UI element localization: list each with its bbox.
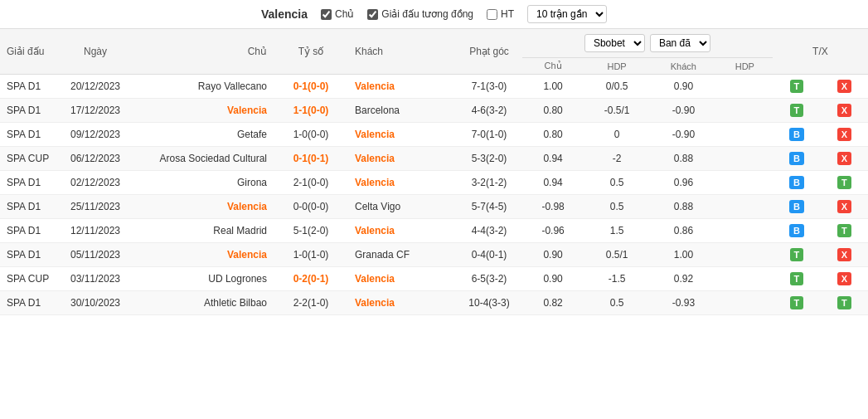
cell-giai-dau: SPA D1 [0, 75, 58, 99]
col-header-odds-group: Sbobet Ban đã [522, 29, 773, 58]
cell-giai-dau: SPA CUP [0, 147, 58, 171]
cell-hdp2 [717, 75, 773, 99]
cell-t-badge: B [773, 171, 821, 195]
x-badge: X [837, 272, 851, 285]
cell-hdp: -0.5/1 [584, 99, 650, 123]
cell-giai-dau: SPA D1 [0, 123, 58, 147]
table-row: SPA D109/12/2023Getafe1-0(0-0)Valencia7-… [0, 123, 868, 147]
legend-ht-label: HT [501, 8, 514, 20]
cell-khach: Valencia [348, 123, 456, 147]
sub-col-khach: Khách [650, 58, 717, 75]
x-badge: X [837, 80, 851, 93]
cell-ngay: 09/12/2023 [58, 123, 133, 147]
t-badge: B [789, 128, 804, 141]
cell-chu: Valencia [133, 99, 274, 123]
cell-x-badge: X [821, 243, 868, 267]
x-badge: X [837, 104, 851, 117]
ht-checkbox[interactable] [487, 9, 497, 20]
cell-giai-dau: SPA D1 [0, 291, 58, 315]
cell-khach: Valencia [348, 267, 456, 291]
x-badge: X [837, 128, 851, 141]
cell-chu: Arosa Sociedad Cultural [133, 147, 274, 171]
cell-t-badge: B [773, 123, 821, 147]
cell-hdp2 [717, 99, 773, 123]
cell-giai-dau: SPA D1 [0, 99, 58, 123]
cell-x-badge: X [821, 267, 868, 291]
legend-ht: HT [487, 8, 514, 20]
t-badge: T [790, 104, 804, 117]
cell-giai-dau: SPA D1 [0, 195, 58, 219]
cell-ty-so: 0-2(0-1) [274, 267, 348, 291]
cell-hdp2 [717, 291, 773, 315]
cell-hdp2 [717, 243, 773, 267]
cell-t-badge: T [773, 291, 821, 315]
tran-gan-select[interactable]: 10 trận gần [527, 5, 607, 23]
cell-hdp: 0.5/1 [584, 243, 650, 267]
sbobet-select[interactable]: Sbobet [584, 34, 645, 52]
cell-x-badge: X [821, 99, 868, 123]
team-name: Valencia [261, 7, 308, 21]
legend-giaidau-label: Giải đấu tương đồng [381, 8, 473, 20]
cell-hdp2 [717, 147, 773, 171]
cell-phat-goc: 10-4(3-3) [456, 291, 522, 315]
cell-hdp: 1.5 [584, 219, 650, 243]
cell-chu-odds: 0.94 [522, 171, 584, 195]
cell-t-badge: B [773, 147, 821, 171]
x-badge: T [837, 176, 851, 189]
cell-t-badge: T [773, 243, 821, 267]
col-header-chu: Chủ [133, 29, 274, 75]
cell-t-badge: T [773, 267, 821, 291]
cell-phat-goc: 3-2(1-2) [456, 171, 522, 195]
cell-chu: Real Madrid [133, 219, 274, 243]
table-row: SPA D117/12/2023Valencia1-1(0-0)Barcelon… [0, 99, 868, 123]
t-badge: T [790, 272, 804, 285]
cell-giai-dau: SPA CUP [0, 267, 58, 291]
x-badge: X [837, 200, 851, 213]
cell-ty-so: 0-1(0-1) [274, 147, 348, 171]
col-header-tx: T/X [773, 29, 868, 75]
cell-khach-odds: 0.88 [650, 195, 717, 219]
cell-ngay: 12/11/2023 [58, 219, 133, 243]
table-row: SPA CUP06/12/2023Arosa Sociedad Cultural… [0, 147, 868, 171]
t-badge: B [789, 200, 804, 213]
cell-khach-odds: 0.86 [650, 219, 717, 243]
col-header-ngay: Ngày [58, 29, 133, 75]
cell-hdp: 0.5 [584, 291, 650, 315]
cell-hdp2 [717, 171, 773, 195]
t-badge: B [789, 176, 804, 189]
cell-khach: Valencia [348, 171, 456, 195]
cell-x-badge: X [821, 123, 868, 147]
cell-khach: Valencia [348, 219, 456, 243]
cell-t-badge: T [773, 99, 821, 123]
cell-chu: Getafe [133, 123, 274, 147]
matches-table-container: Giải đấu Ngày Chủ Tỷ số Khách Phạt góc S… [0, 29, 868, 315]
cell-x-badge: X [821, 195, 868, 219]
t-badge: B [789, 152, 804, 165]
col-header-ty-so: Tỷ số [274, 29, 348, 75]
cell-ngay: 06/12/2023 [58, 147, 133, 171]
cell-x-badge: X [821, 75, 868, 99]
cell-hdp2 [717, 123, 773, 147]
main-header-row: Giải đấu Ngày Chủ Tỷ số Khách Phạt góc S… [0, 29, 868, 58]
cell-ty-so: 5-1(2-0) [274, 219, 348, 243]
legend-chu-label: Chủ [335, 8, 354, 20]
table-row: SPA D130/10/2023Athletic Bilbao2-2(1-0)V… [0, 291, 868, 315]
cell-chu-odds: -0.96 [522, 219, 584, 243]
cell-giai-dau: SPA D1 [0, 243, 58, 267]
ban-da-select[interactable]: Ban đã [650, 34, 710, 52]
cell-khach-odds: -0.93 [650, 291, 717, 315]
table-row: SPA CUP03/11/2023UD Logrones0-2(0-1)Vale… [0, 267, 868, 291]
cell-ty-so: 1-0(0-0) [274, 123, 348, 147]
cell-ngay: 02/12/2023 [58, 171, 133, 195]
cell-phat-goc: 5-3(2-0) [456, 147, 522, 171]
cell-ty-so: 2-1(0-0) [274, 171, 348, 195]
cell-chu-odds: 0.80 [522, 99, 584, 123]
t-badge: B [789, 224, 804, 237]
cell-chu: Valencia [133, 195, 274, 219]
chu-checkbox[interactable] [321, 9, 332, 20]
cell-khach: Barcelona [348, 99, 456, 123]
giaidau-checkbox[interactable] [367, 9, 378, 20]
cell-phat-goc: 4-4(3-2) [456, 219, 522, 243]
t-badge: T [790, 248, 804, 261]
header-bar: Valencia Chủ Giải đấu tương đồng HT 10 t… [0, 0, 868, 29]
